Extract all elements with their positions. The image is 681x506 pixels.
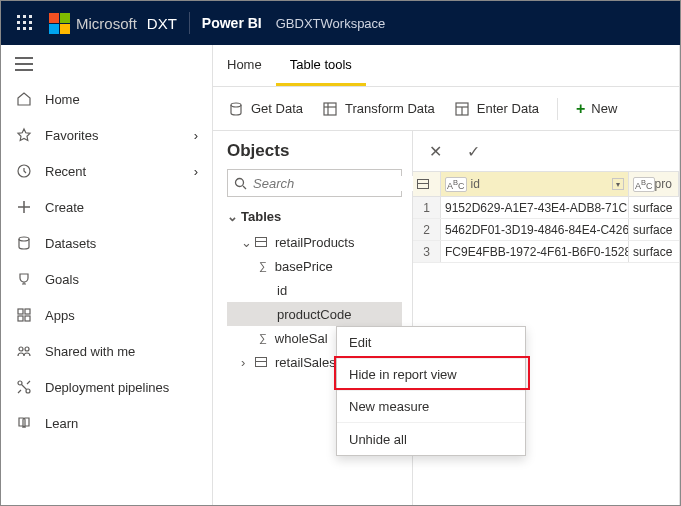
workspace-name[interactable]: GBDXTWorkspace bbox=[276, 16, 386, 31]
waffle-icon[interactable] bbox=[7, 5, 43, 41]
svg-rect-6 bbox=[17, 27, 20, 30]
table-row[interactable]: 3 FC9E4FBB-1972-4F61-B6F0-15282C… surfac… bbox=[413, 241, 679, 263]
sidebar-item-label: Deployment pipelines bbox=[45, 380, 169, 395]
ribbon: Get Data Transform Data Enter Data + New bbox=[213, 87, 679, 131]
svg-rect-25 bbox=[324, 103, 336, 115]
sidebar-item-home[interactable]: Home bbox=[1, 81, 212, 117]
cm-hide-in-report-view[interactable]: Hide in report view bbox=[337, 359, 525, 391]
svg-rect-0 bbox=[17, 15, 20, 18]
search-icon bbox=[234, 177, 247, 190]
svg-point-23 bbox=[26, 389, 30, 393]
get-data-button[interactable]: Get Data bbox=[227, 100, 303, 118]
svg-point-21 bbox=[25, 347, 29, 351]
sidebar-item-pipelines[interactable]: Deployment pipelines bbox=[1, 369, 212, 405]
table-icon bbox=[255, 357, 267, 367]
svg-rect-18 bbox=[18, 316, 23, 321]
column-header-pro[interactable]: ABCpro bbox=[629, 172, 679, 196]
svg-rect-17 bbox=[25, 309, 30, 314]
top-header: Microsoft DXT Power BI GBDXTWorkspace bbox=[1, 1, 680, 45]
apps-icon bbox=[15, 307, 33, 323]
cm-edit[interactable]: Edit bbox=[337, 327, 525, 359]
trophy-icon bbox=[15, 271, 33, 287]
tree-field-id[interactable]: id bbox=[227, 278, 402, 302]
svg-rect-8 bbox=[29, 27, 32, 30]
pipeline-icon bbox=[15, 379, 33, 395]
svg-rect-19 bbox=[25, 316, 30, 321]
sidebar-item-datasets[interactable]: Datasets bbox=[1, 225, 212, 261]
new-button[interactable]: + New bbox=[576, 100, 617, 118]
sidebar-item-label: Learn bbox=[45, 416, 78, 431]
svg-rect-16 bbox=[18, 309, 23, 314]
brand-suffix: DXT bbox=[147, 15, 177, 32]
svg-line-32 bbox=[243, 186, 246, 189]
sidebar-item-label: Home bbox=[45, 92, 80, 107]
sidebar-item-shared[interactable]: Shared with me bbox=[1, 333, 212, 369]
tree-field-baseprice[interactable]: basePrice bbox=[227, 254, 402, 278]
text-type-icon: ABC bbox=[445, 177, 467, 192]
sidebar-item-favorites[interactable]: Favorites › bbox=[1, 117, 212, 153]
star-icon bbox=[15, 127, 33, 143]
table-icon bbox=[417, 179, 429, 189]
sidebar-item-label: Shared with me bbox=[45, 344, 135, 359]
context-menu: Edit Hide in report view New measure Unh… bbox=[336, 326, 526, 456]
sidebar-item-apps[interactable]: Apps bbox=[1, 297, 212, 333]
objects-title: Objects bbox=[227, 141, 402, 161]
svg-rect-3 bbox=[17, 21, 20, 24]
enter-data-button[interactable]: Enter Data bbox=[453, 100, 539, 118]
product-name[interactable]: Power BI bbox=[202, 15, 262, 31]
svg-point-15 bbox=[19, 237, 29, 241]
sidebar-item-learn[interactable]: Learn bbox=[1, 405, 212, 441]
svg-rect-7 bbox=[23, 27, 26, 30]
svg-point-24 bbox=[231, 103, 241, 107]
tab-bar: Home Table tools bbox=[213, 45, 679, 87]
tree-field-productcode[interactable]: productCode bbox=[227, 302, 402, 326]
sidebar-item-label: Favorites bbox=[45, 128, 98, 143]
table-row[interactable]: 2 5462DF01-3D19-4846-84E4-C42681… surfac… bbox=[413, 219, 679, 241]
sidebar-item-label: Goals bbox=[45, 272, 79, 287]
table-icon bbox=[255, 237, 267, 247]
dropdown-icon[interactable]: ▾ bbox=[612, 178, 624, 190]
ms-logo-icon bbox=[49, 13, 70, 34]
cm-unhide-all[interactable]: Unhide all bbox=[337, 423, 525, 455]
tab-table-tools[interactable]: Table tools bbox=[276, 45, 366, 86]
svg-rect-5 bbox=[29, 21, 32, 24]
tree-table-retailproducts[interactable]: ⌄retailProducts bbox=[227, 230, 402, 254]
svg-rect-2 bbox=[29, 15, 32, 18]
sidebar-item-create[interactable]: Create bbox=[1, 189, 212, 225]
left-rail: Home Favorites › Recent › Create Dataset… bbox=[1, 45, 213, 506]
svg-point-31 bbox=[236, 178, 244, 186]
plus-icon bbox=[15, 199, 33, 215]
chevron-right-icon: › bbox=[194, 128, 198, 143]
brand-text: Microsoft bbox=[76, 15, 137, 32]
grid-confirm-button[interactable]: ✓ bbox=[459, 137, 487, 165]
sidebar-item-recent[interactable]: Recent › bbox=[1, 153, 212, 189]
sidebar-item-label: Create bbox=[45, 200, 84, 215]
shared-icon bbox=[15, 343, 33, 359]
sidebar-item-label: Apps bbox=[45, 308, 75, 323]
column-header-id[interactable]: ABCid▾ bbox=[441, 172, 629, 196]
enter-data-icon bbox=[453, 100, 471, 118]
table-row[interactable]: 1 9152D629-A1E7-43E4-ADB8-71CB2… surface bbox=[413, 197, 679, 219]
grid-cancel-button[interactable]: ✕ bbox=[421, 137, 449, 165]
svg-rect-4 bbox=[23, 21, 26, 24]
ms-logo: Microsoft DXT bbox=[49, 13, 177, 34]
text-type-icon: ABC bbox=[633, 177, 655, 192]
transform-icon bbox=[321, 100, 339, 118]
grid-corner[interactable] bbox=[413, 172, 441, 196]
sidebar-item-goals[interactable]: Goals bbox=[1, 261, 212, 297]
database-icon bbox=[15, 235, 33, 251]
search-input[interactable] bbox=[227, 169, 402, 197]
tab-home[interactable]: Home bbox=[213, 45, 276, 86]
svg-point-20 bbox=[19, 347, 23, 351]
sidebar-item-label: Recent bbox=[45, 164, 86, 179]
learn-icon bbox=[15, 415, 33, 431]
get-data-icon bbox=[227, 100, 245, 118]
svg-point-22 bbox=[18, 381, 22, 385]
cm-new-measure[interactable]: New measure bbox=[337, 391, 525, 423]
tables-header[interactable]: ⌄Tables bbox=[227, 209, 402, 224]
home-icon bbox=[15, 91, 33, 107]
chevron-right-icon: › bbox=[194, 164, 198, 179]
hamburger-icon[interactable] bbox=[1, 53, 212, 81]
transform-data-button[interactable]: Transform Data bbox=[321, 100, 435, 118]
plus-icon: + bbox=[576, 100, 585, 118]
